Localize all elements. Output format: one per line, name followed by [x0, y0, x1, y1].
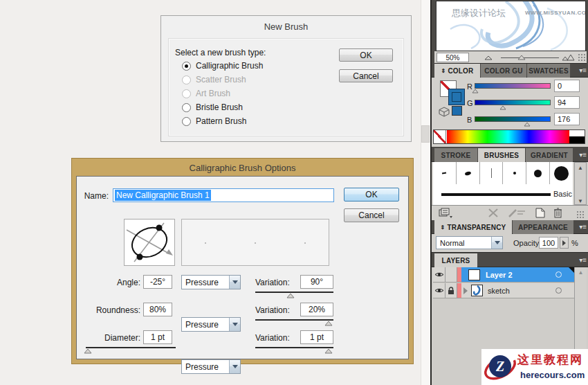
stroke-swatch[interactable]	[448, 89, 465, 105]
b-value-field[interactable]: 176	[554, 113, 580, 125]
brush-libraries-icon[interactable]	[439, 208, 452, 218]
opacity-value-field[interactable]: 100	[539, 237, 558, 249]
document-scrollbar[interactable]	[421, 0, 430, 385]
spectrum-white-swatch[interactable]	[569, 130, 585, 136]
tab-brushes[interactable]: BRUSHES	[478, 148, 525, 162]
blend-mode-combo[interactable]: Normal	[436, 236, 503, 249]
roundness-dynamics-combo[interactable]: Pressure	[181, 317, 241, 332]
lock-toggle[interactable]	[445, 283, 457, 298]
r-slider-thumb[interactable]	[472, 89, 479, 93]
chevron-down-icon[interactable]	[229, 318, 240, 331]
visibility-toggle[interactable]	[433, 283, 445, 298]
layer-target-icon[interactable]	[555, 287, 562, 294]
document-scrollbar-thumb[interactable]	[421, 125, 430, 143]
roundness-variation-track[interactable]	[255, 319, 333, 321]
angle-variation-input[interactable]: 90°	[300, 275, 333, 289]
tab-stroke[interactable]: STROKE	[434, 148, 477, 162]
angle-input[interactable]: -25°	[143, 275, 172, 289]
brush-basic-row[interactable]: Basic	[433, 184, 573, 205]
scroll-up-icon[interactable]: ▲	[575, 165, 586, 172]
panel-resize-grip[interactable]	[577, 211, 578, 213]
expand-triangle-icon[interactable]	[463, 287, 468, 294]
brush-name-input[interactable]: New Calligraphic Brush 1	[113, 188, 334, 202]
new-brush-cancel-button[interactable]: Cancel	[339, 69, 393, 82]
visibility-toggle[interactable]	[433, 267, 445, 282]
tab-appearance[interactable]: APPEARANCE	[513, 220, 573, 234]
tab-color-guide[interactable]: COLOR GU	[481, 64, 526, 78]
opacity-slider-popup-button[interactable]	[560, 237, 569, 249]
angle-variation-slider-thumb[interactable]	[286, 293, 295, 298]
diameter-track[interactable]	[86, 347, 176, 348]
layer-row-layer2[interactable]: Layer 2	[433, 267, 574, 283]
brush-swatch-6[interactable]	[550, 162, 573, 184]
new-brush-icon[interactable]	[535, 208, 545, 218]
tab-transparency[interactable]: ⇕ TRANSPARENCY	[434, 220, 512, 234]
layer-name[interactable]: sketch	[488, 287, 510, 295]
brush-swatch-5[interactable]	[526, 162, 550, 184]
out-of-gamut-cube-icon[interactable]	[439, 107, 450, 117]
angle-dynamics-combo[interactable]: Pressure	[181, 275, 241, 289]
radio-bristle-brush[interactable]	[182, 103, 191, 112]
g-slider-track[interactable]	[475, 100, 551, 105]
tab-gradient[interactable]: GRADIENT	[526, 148, 573, 162]
panel-menu-icon[interactable]: ▾≡	[579, 223, 587, 231]
diameter-slider-thumb[interactable]	[84, 348, 92, 354]
navigator-zoom-field[interactable]: 50%	[437, 53, 469, 62]
brush-tip-editor[interactable]	[124, 219, 175, 266]
g-value-field[interactable]: 94	[554, 96, 580, 109]
radio-pattern-brush[interactable]	[182, 117, 191, 126]
radio-calligraphic-brush[interactable]	[182, 62, 191, 71]
panel-menu-icon[interactable]: ▾≡	[579, 151, 587, 159]
layer-thumbnail[interactable]	[468, 269, 480, 280]
panel-menu-icon[interactable]: ▾≡	[579, 256, 587, 265]
chevron-down-icon[interactable]	[229, 276, 240, 289]
panel-menu-icon[interactable]: ▾≡	[579, 66, 587, 75]
diameter-variation-input[interactable]: 1 pt	[300, 330, 333, 344]
diameter-dynamics-combo[interactable]: Pressure	[181, 359, 241, 374]
radio-row-pattern[interactable]: Pattern Brush	[182, 116, 246, 126]
spectrum-none-swatch[interactable]	[434, 130, 446, 143]
layer-thumbnail[interactable]	[471, 285, 483, 296]
zoom-out-icon[interactable]	[484, 55, 493, 60]
b-slider-thumb[interactable]	[524, 122, 531, 127]
lock-toggle[interactable]	[445, 267, 457, 282]
chevron-down-icon[interactable]	[229, 360, 240, 373]
spectrum-black-swatch[interactable]	[569, 136, 585, 143]
layer-row-sketch[interactable]: sketch	[433, 283, 574, 298]
brush-swatch-2[interactable]	[457, 162, 480, 184]
roundness-input[interactable]: 80%	[143, 303, 172, 316]
roundness-variation-input[interactable]: 20%	[300, 303, 333, 316]
brush-swatch-4[interactable]	[503, 162, 526, 184]
delete-brush-trash-icon[interactable]	[553, 207, 562, 218]
diameter-variation-slider-thumb[interactable]	[324, 348, 333, 354]
roundness-variation-slider-thumb[interactable]	[324, 321, 333, 326]
new-brush-ok-button[interactable]: OK	[339, 48, 393, 62]
r-value-field[interactable]: 0	[554, 80, 580, 92]
tab-layers[interactable]: LAYERS	[434, 253, 477, 267]
chevron-down-icon[interactable]	[491, 237, 502, 249]
color-spectrum-bar[interactable]	[433, 129, 585, 144]
diameter-input[interactable]: 1 pt	[143, 330, 172, 344]
panel-resize-grip[interactable]	[578, 54, 580, 55]
scroll-down-icon[interactable]: ▼	[575, 198, 586, 205]
cancel-button[interactable]: Cancel	[344, 208, 399, 222]
navigator-zoom-track[interactable]	[501, 57, 559, 58]
tab-swatches[interactable]: SWATCHES	[527, 64, 570, 78]
radio-row-bristle[interactable]: Bristle Brush	[182, 102, 243, 112]
g-slider-thumb[interactable]	[499, 105, 506, 110]
layer-row-body[interactable]: sketch	[461, 283, 574, 298]
zoom-in-icon[interactable]	[562, 53, 576, 61]
brushes-scrollbar[interactable]: ▲ ▼	[574, 162, 587, 205]
layer-row-body[interactable]: Layer 2	[461, 267, 574, 282]
navigator-preview[interactable]: 思缘设计论坛 WWW.MISSYUAN.COM	[436, 1, 586, 51]
panel-collapse-icon[interactable]: ⇕	[441, 68, 445, 74]
b-slider-track[interactable]	[475, 116, 551, 122]
tab-color[interactable]: ⇕ COLOR	[434, 64, 480, 78]
spectrum-gradient[interactable]	[447, 130, 569, 143]
ok-button[interactable]: OK	[344, 188, 399, 202]
navigator-zoom-slider-thumb[interactable]	[517, 55, 526, 60]
diameter-variation-track[interactable]	[255, 347, 333, 348]
layer-name[interactable]: Layer 2	[486, 271, 513, 279]
panel-collapse-icon[interactable]: ⇕	[441, 224, 445, 231]
radio-row-calligraphic[interactable]: Calligraphic Brush	[182, 61, 263, 71]
